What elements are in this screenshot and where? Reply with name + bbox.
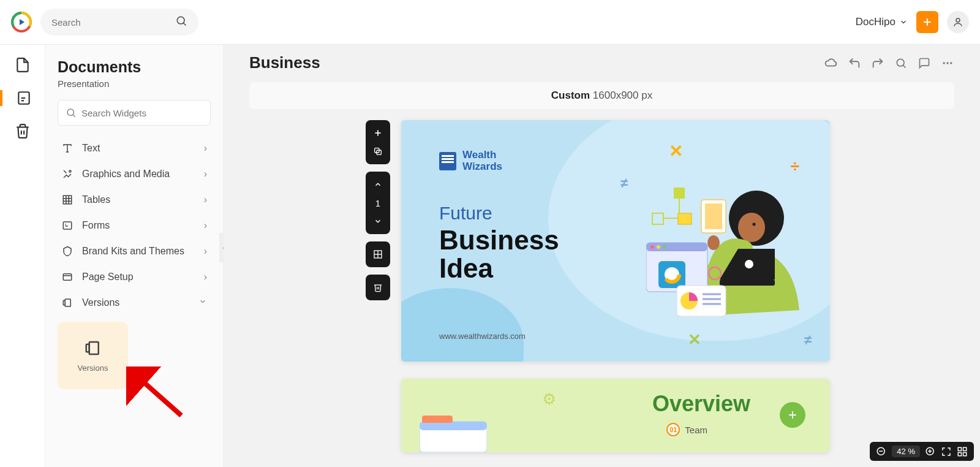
account-button[interactable] [947, 11, 969, 33]
chevron-right-icon: › [204, 143, 207, 154]
widget-search-input[interactable] [81, 108, 203, 118]
svg-point-14 [69, 170, 71, 172]
slide2-title: Overview [652, 391, 750, 417]
slide1-url: www.wealthwizards.com [439, 332, 526, 341]
svg-point-44 [707, 235, 720, 250]
page-setup-icon [61, 271, 74, 283]
svg-point-6 [956, 18, 960, 22]
slide-2[interactable]: ⚙ Overview + 01 Team [401, 379, 830, 452]
undo-button[interactable] [848, 56, 861, 70]
chevron-down-icon [899, 18, 908, 26]
menu-versions[interactable]: Versions [58, 290, 211, 316]
global-search[interactable] [40, 9, 198, 36]
canvas-search-button[interactable] [894, 56, 908, 70]
svg-line-30 [903, 65, 905, 67]
redo-button[interactable] [871, 56, 884, 70]
menu-forms[interactable]: Forms › [58, 213, 211, 238]
slide1-brand-text: Wealth Wizards [462, 150, 502, 172]
trash-icon [15, 123, 31, 139]
svg-rect-45 [720, 279, 775, 286]
svg-point-49 [650, 245, 654, 249]
chevron-down-icon [198, 297, 207, 308]
svg-point-33 [950, 62, 952, 64]
user-icon [952, 17, 963, 28]
svg-rect-61 [705, 203, 722, 229]
svg-rect-27 [89, 342, 98, 354]
zoom-out-button[interactable] [876, 446, 887, 457]
table-icon [61, 194, 74, 205]
media-icon [61, 169, 74, 180]
grid-layout-button[interactable] [366, 245, 390, 264]
new-document-button[interactable] [916, 11, 938, 33]
duplicate-page-button[interactable] [366, 142, 390, 161]
prev-page-button[interactable] [366, 175, 390, 194]
widget-search[interactable] [58, 100, 211, 126]
workspace-dropdown[interactable]: DocHipo [856, 16, 908, 28]
svg-line-3 [183, 23, 186, 25]
menu-text[interactable]: Text › [58, 135, 211, 161]
svg-rect-48 [646, 243, 707, 251]
svg-point-46 [745, 260, 753, 268]
svg-point-2 [177, 17, 184, 24]
svg-rect-70 [422, 416, 453, 423]
svg-rect-23 [63, 274, 72, 281]
rail-documents[interactable] [0, 57, 45, 73]
menu-label: Tables [82, 194, 195, 205]
add-page-button[interactable] [366, 124, 390, 142]
slide-1[interactable]: Wealth Wizards Future Business Idea www.… [401, 120, 830, 362]
notequal-icon: ≠ [620, 175, 628, 191]
zoom-value[interactable]: 42 % [892, 446, 920, 457]
rail-trash[interactable] [0, 123, 45, 139]
app-logo[interactable] [11, 12, 32, 32]
dimensions-bar[interactable]: Custom 1600x900 px [249, 82, 954, 109]
chevron-right-icon: › [204, 271, 207, 283]
versions-card[interactable]: Versions [58, 322, 128, 389]
dims-value: 1600x900 px [593, 89, 652, 101]
dims-label: Custom [551, 89, 590, 101]
menu-graphics-media[interactable]: Graphics and Media › [58, 161, 211, 187]
svg-point-32 [946, 62, 948, 64]
x-icon: ✕ [669, 141, 683, 161]
brand-label: DocHipo [856, 16, 895, 28]
more-menu-button[interactable] [941, 56, 954, 70]
search-icon [66, 107, 77, 118]
svg-rect-77 [958, 447, 961, 450]
search-input[interactable] [51, 17, 169, 28]
grid-view-button[interactable] [957, 446, 968, 457]
brand-icon [61, 246, 74, 257]
menu-tables[interactable]: Tables › [58, 187, 211, 213]
versions-icon [61, 297, 74, 308]
svg-rect-69 [420, 422, 487, 430]
comments-button[interactable] [918, 56, 931, 70]
text-icon [61, 143, 74, 154]
rail-editor[interactable] [0, 90, 45, 106]
svg-rect-63 [652, 213, 663, 224]
menu-brand-kits[interactable]: Brand Kits and Themes › [58, 238, 211, 264]
svg-point-43 [753, 223, 756, 226]
menu-page-setup[interactable]: Page Setup › [58, 264, 211, 290]
svg-rect-26 [63, 300, 65, 305]
slide1-line2: Business Idea [439, 226, 559, 283]
fullscreen-button[interactable] [941, 446, 952, 457]
zoom-in-button[interactable] [925, 446, 936, 457]
slide1-brand: Wealth Wizards [439, 150, 502, 172]
slide2-sub-num: 01 [666, 423, 680, 436]
svg-rect-62 [674, 188, 685, 199]
svg-rect-25 [65, 299, 70, 306]
document-icon [15, 57, 31, 73]
versions-card-label: Versions [78, 363, 108, 373]
divide-icon: ÷ [791, 157, 799, 176]
svg-point-29 [897, 59, 904, 66]
next-page-button[interactable] [366, 212, 390, 230]
search-icon [175, 15, 187, 29]
add-element-fab[interactable]: + [780, 402, 805, 428]
delete-page-button[interactable] [366, 278, 390, 297]
chevron-right-icon: › [204, 246, 207, 257]
document-title[interactable]: Business [249, 53, 815, 72]
slide2-sub-label: Team [685, 425, 707, 435]
cloud-sync-icon[interactable] [824, 56, 838, 70]
svg-rect-78 [963, 447, 967, 450]
versions-card-icon [82, 339, 104, 357]
svg-rect-80 [963, 452, 967, 455]
svg-rect-64 [678, 213, 692, 224]
